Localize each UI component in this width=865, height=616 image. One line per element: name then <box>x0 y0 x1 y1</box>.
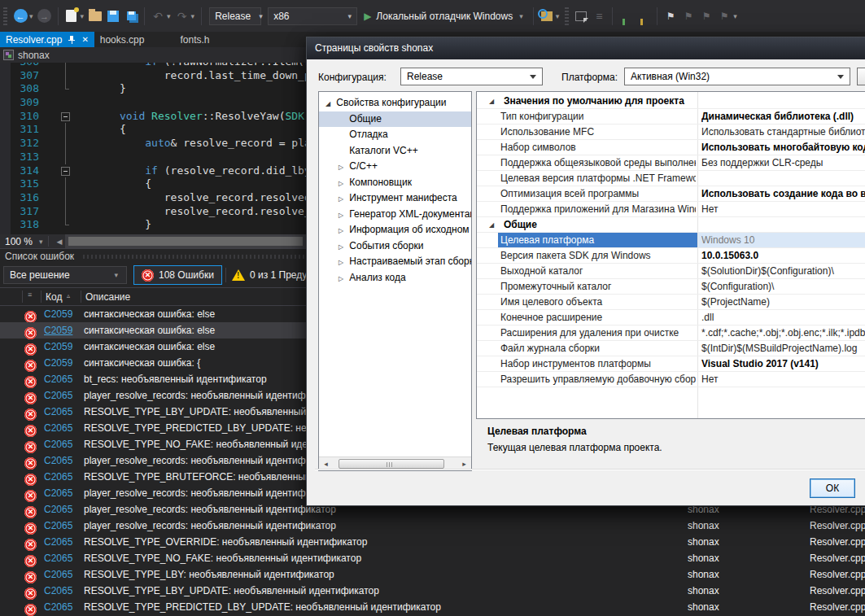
property-row[interactable]: ◢ Значения по умолчанию для проекта <box>477 94 865 109</box>
ok-button[interactable]: ОК <box>810 478 855 498</box>
property-value[interactable]: $(SolutionDir)$(Configuration)\ <box>701 264 865 279</box>
property-row[interactable]: Разрешить управляемую добавочную сборку … <box>477 372 865 387</box>
new-project-button[interactable] <box>63 7 80 26</box>
tab-resolver-cpp[interactable]: Resolver.cpp ✕ <box>0 32 94 47</box>
property-value[interactable]: Использовать создание кода во время комп… <box>701 186 865 202</box>
error-code-link[interactable]: C2059 <box>44 322 72 339</box>
errors-filter-button[interactable]: ✕ 108 Ошибки <box>133 265 222 285</box>
property-row[interactable]: Набор символов Использовать многобайтову… <box>477 140 865 155</box>
property-row[interactable]: Выходной каталог $(SolutionDir)$(Configu… <box>477 264 865 279</box>
error-row[interactable]: ✕ C2065 RESOLVE_TYPE_LBY_UPDATE: необъяв… <box>0 583 865 599</box>
error-code-link[interactable]: C2065 <box>44 550 72 566</box>
dialog-title-bar[interactable]: Страницы свойств shonax <box>307 37 865 59</box>
clear-bookmarks-button[interactable]: ⚑ <box>716 7 732 26</box>
tree-item[interactable]: Общие <box>319 111 471 128</box>
start-debugging-button[interactable]: ▶ Локальный отладчик Windows ▾ <box>360 7 529 26</box>
error-code-link[interactable]: C2065 <box>44 534 72 550</box>
tree-expander-icon[interactable]: ▷ <box>335 223 347 238</box>
tree-expander-icon[interactable]: ▷ <box>335 176 347 191</box>
property-value[interactable]: Windows 10 <box>701 233 865 248</box>
dialog-platform-combobox[interactable]: Активная (Win32) <box>624 68 850 85</box>
increase-indent-button[interactable] <box>636 7 652 26</box>
navigate-back-button[interactable]: ← <box>12 7 28 26</box>
property-value[interactable]: Нет <box>701 202 865 217</box>
property-value[interactable]: .dll <box>701 310 865 325</box>
error-code-link[interactable]: C2065 <box>44 583 72 599</box>
property-row[interactable]: Поддержка приложений для Магазина Window… <box>477 202 865 217</box>
property-row[interactable]: Поддержка общеязыковой среды выполнения … <box>477 155 865 171</box>
tree-item[interactable]: ▷ Инструмент манифеста <box>319 190 471 207</box>
fold-collapse-icon[interactable] <box>61 167 70 176</box>
configuration-manager-button[interactable] <box>857 68 865 85</box>
attach-to-process-button[interactable] <box>539 7 555 26</box>
error-row[interactable]: ✕ C2065 RESOLVE_TYPE_NO_FAKE: необъявлен… <box>0 550 865 566</box>
tab-fonts-h[interactable]: fonts.h <box>174 32 215 47</box>
property-value[interactable]: Нет <box>701 372 865 387</box>
property-value[interactable]: Использовать многобайтовую кодировку <box>701 140 865 155</box>
scope-filter-combobox[interactable]: Все решение ▾ <box>3 266 127 284</box>
error-code-link[interactable]: C2065 <box>44 599 72 615</box>
property-value[interactable]: $(ProjectName) <box>701 295 865 310</box>
error-code-link[interactable]: C2065 <box>44 420 72 436</box>
error-row[interactable]: ✕ C2065 RESOLVE_TYPE_LBY: необъявленный … <box>0 566 865 583</box>
navigate-to-button[interactable] <box>573 7 589 26</box>
attach-dropdown-icon[interactable]: ▾ <box>556 12 560 20</box>
error-code-link[interactable]: C2059 <box>44 306 72 322</box>
toggle-bookmark-button[interactable]: ⚑ <box>662 7 679 26</box>
save-button[interactable] <box>105 7 121 26</box>
tree-expander-icon[interactable]: ▷ <box>335 239 347 255</box>
property-row[interactable]: Файл журнала сборки $(IntDir)$(MSBuildPr… <box>477 341 865 356</box>
editor-zoom-select[interactable]: 100 % <box>0 236 33 247</box>
property-row[interactable]: Целевая платформа Windows 10 <box>477 233 865 248</box>
scrollbar-thumb[interactable] <box>68 237 303 246</box>
property-row[interactable]: Использование MFC Использовать стандартн… <box>477 125 865 140</box>
property-value[interactable]: *.cdf;*.cache;*.obj;*.obj.enc;*.ilk;*.ip… <box>701 325 865 341</box>
error-code-link[interactable]: C2065 <box>44 371 72 387</box>
error-code-link[interactable]: C2059 <box>44 339 72 355</box>
redo-dropdown-icon[interactable]: ▾ <box>191 12 195 20</box>
warnings-filter-button[interactable]: ! 0 из 1 Предупр <box>232 265 317 285</box>
property-value[interactable]: Динамическая библиотека (.dll) <box>701 109 865 125</box>
open-file-button[interactable] <box>87 7 103 26</box>
error-code-link[interactable]: C2065 <box>44 404 72 420</box>
tree-item[interactable]: ▷ Информация об исходном коде <box>319 222 471 238</box>
property-value[interactable]: Использовать стандартные библиотеки <box>701 125 865 140</box>
tree-item[interactable]: ▷ Настраиваемый этап сборки <box>319 254 471 270</box>
close-icon[interactable]: ✕ <box>81 35 88 44</box>
tree-expander-icon[interactable]: ▷ <box>335 271 347 286</box>
toolbar-grip[interactable] <box>3 7 7 25</box>
pin-icon[interactable] <box>68 36 76 44</box>
configuration-combobox[interactable]: Release▾ <box>209 7 261 25</box>
error-code-link[interactable]: C2059 <box>44 355 72 371</box>
tree-expander-icon[interactable]: ▷ <box>335 208 347 223</box>
tree-item[interactable]: ▷ C/C++ <box>319 159 471 175</box>
property-row[interactable]: Расширения для удаления при очистке *.cd… <box>477 325 865 341</box>
error-code-link[interactable]: C2065 <box>44 485 72 501</box>
severity-column-icon[interactable]: ≡ <box>28 291 32 299</box>
toolbar-overflow-icon[interactable]: ▾ <box>733 12 737 20</box>
decrease-indent-button[interactable] <box>618 7 634 26</box>
tab-hooks-cpp[interactable]: hooks.cpp <box>94 32 151 47</box>
tree-item[interactable]: ▷ Компоновщик <box>319 175 471 191</box>
error-code-link[interactable]: C2065 <box>44 469 72 485</box>
toolbar-grip[interactable] <box>565 7 569 25</box>
tree-expander-icon[interactable]: ▷ <box>335 255 347 270</box>
column-header-code[interactable]: Код <box>46 291 62 303</box>
error-code-link[interactable]: C2065 <box>44 452 72 469</box>
error-code-link[interactable]: C2065 <box>44 518 72 534</box>
undo-dropdown-icon[interactable]: ▾ <box>167 12 171 20</box>
tree-expander-icon[interactable]: ◢ <box>322 96 334 111</box>
error-row[interactable]: ✕ C2065 RESOLVE_TYPE_OVERRIDE: необъявле… <box>0 534 865 550</box>
back-dropdown-icon[interactable]: ▾ <box>29 12 33 20</box>
next-bookmark-button[interactable]: ⚑ <box>698 7 714 26</box>
error-code-link[interactable]: C2065 <box>44 566 72 583</box>
property-row[interactable]: Тип конфигурации Динамическая библиотека… <box>477 109 865 125</box>
copy-structure-button[interactable]: ≡ <box>591 7 607 26</box>
tree-item[interactable]: ▷ Анализ кода <box>319 270 471 286</box>
tree-item[interactable]: ◢ Свойства конфигурации <box>319 95 471 111</box>
platform-combobox[interactable]: x86▾ <box>268 7 357 25</box>
navigate-forward-button[interactable]: → <box>37 7 53 26</box>
property-row[interactable]: Промежуточный каталог $(Configuration)\ <box>477 279 865 295</box>
redo-button[interactable]: ↷ <box>174 7 190 26</box>
fold-collapse-icon[interactable] <box>61 112 70 121</box>
